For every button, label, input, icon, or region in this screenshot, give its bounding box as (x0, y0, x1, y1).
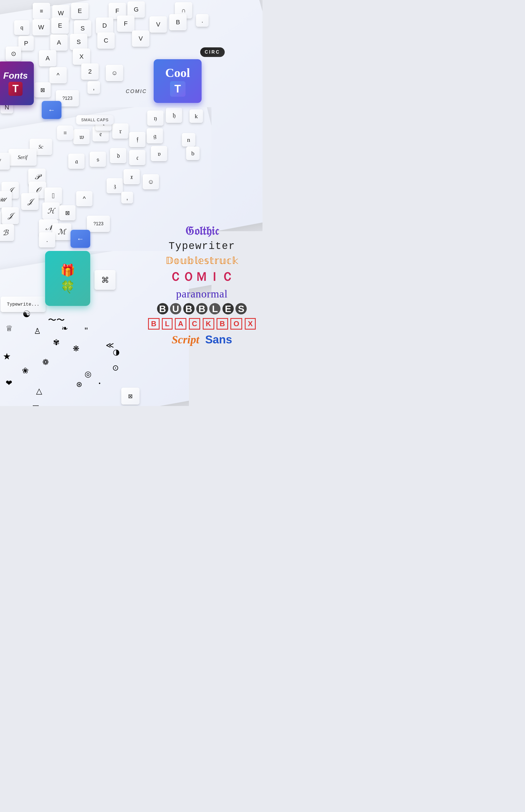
key-dot2[interactable]: . (39, 232, 55, 247)
key-gothic-z[interactable]: 𝔷 (107, 178, 123, 193)
key-d1[interactable]: D (96, 17, 113, 34)
sym-flower1: ✾ (53, 338, 60, 347)
cool-key[interactable]: Cool T (154, 59, 201, 103)
key-equiv[interactable]: ≡ (33, 3, 50, 19)
key-script-L[interactable]: 𝒧 (45, 187, 62, 205)
key-script-Ul[interactable]: 𝒰𝓁 (0, 191, 12, 208)
key-v2[interactable]: V (132, 30, 149, 47)
showcase-blackbox: B L A C K B O X (148, 317, 257, 330)
key-e1[interactable]: E (71, 3, 89, 19)
key-s2[interactable]: S (70, 34, 87, 50)
sym-crown: ♕ (6, 324, 13, 333)
key-e2[interactable]: E (51, 17, 69, 34)
key-gothic-d[interactable]: 𝔡 (110, 148, 126, 163)
key-gothic-s[interactable]: 𝔰 (90, 152, 106, 167)
showcase-gothic: 𝔊𝔬𝔩𝔱𝔥𝔦𝔠 (185, 224, 219, 238)
key-serif1[interactable]: Serif (9, 149, 37, 166)
sym-heart: ❤ (6, 378, 12, 388)
key-c1[interactable]: C (97, 32, 115, 49)
key-backspace[interactable]: ⊠ (34, 82, 51, 97)
key-backspace2[interactable]: ⊠ (59, 205, 76, 221)
sym-flower3: ❀ (22, 366, 29, 375)
sym-floral: ❁ (42, 358, 49, 367)
app-icon-key[interactable]: 🎁 🍀 (45, 251, 90, 306)
key-gothic-c[interactable]: 𝔠 (129, 150, 146, 165)
key-caret[interactable]: ^ (49, 67, 67, 84)
key-f2[interactable]: F (117, 15, 135, 32)
key-serif2[interactable]: Serif (0, 153, 10, 170)
showcase-paranormal: paranormal (176, 288, 227, 300)
key-script-J3[interactable]: 𝒥 (21, 193, 39, 210)
sym-swirl1: ☯ (22, 309, 31, 319)
key-comma2[interactable]: , (121, 192, 133, 204)
sym-triangle2: ▽ (33, 403, 39, 406)
key-a2[interactable]: A (39, 50, 56, 66)
sym-triangle: △ (36, 386, 42, 395)
key-caret2[interactable]: ^ (76, 191, 92, 206)
key-n2[interactable]: n (182, 133, 195, 147)
cmd-key[interactable]: ⌘ (94, 270, 116, 290)
sym-halfcircle: ◑ (113, 347, 120, 357)
key-k[interactable]: k (190, 109, 203, 123)
showcase-typewriter: Typewriter (169, 241, 235, 252)
t-icon: T (9, 82, 22, 96)
key-gothic-w[interactable]: 𝔴 (73, 129, 90, 144)
return-key-2[interactable]: ← (71, 230, 90, 248)
showcase-bubbles: B U B B L E S (157, 303, 247, 315)
comic-label: COMIC (121, 87, 151, 96)
sym-flower2: ❋ (73, 344, 79, 353)
key-123-2[interactable]: ?123 (87, 216, 110, 232)
key-w2[interactable]: W (32, 19, 50, 35)
key-gothic-x[interactable]: 𝔵 (123, 169, 140, 184)
circ-label: CIRC (200, 47, 225, 57)
key-smile2[interactable]: ☺ (142, 174, 159, 190)
key-2[interactable]: 2 (81, 63, 99, 80)
fonts-key[interactable]: Fonts T (0, 61, 34, 105)
key-v1[interactable]: V (149, 16, 167, 33)
key-x1[interactable]: X (73, 48, 90, 65)
key-a1[interactable]: A (50, 34, 68, 51)
showcase-doublestruck: 𝔻𝕠𝕦𝕓𝕝𝕖𝕤𝕥𝕣𝕦𝕔𝕜 (165, 255, 239, 266)
sym-quote: " (85, 326, 88, 336)
fonts-label: Fonts (3, 71, 28, 80)
sym-dot: • (99, 381, 100, 387)
key-q[interactable]: q (14, 20, 30, 35)
showcase-script-sans: Script Sans (172, 333, 232, 346)
key-script-K[interactable]: ℋ (42, 202, 60, 219)
sym-leaf: ❧ (61, 324, 68, 333)
key-comma1[interactable]: , (87, 81, 100, 94)
return-key-1[interactable]: ← (42, 101, 61, 119)
sym-ring: ⊛ (76, 380, 82, 389)
sym-backspace3[interactable]: ⊠ (121, 388, 139, 405)
sym-person: ♙ (34, 327, 41, 336)
key-gothic-v[interactable]: 𝔳 (151, 146, 167, 161)
font-showcase: 𝔊𝔬𝔩𝔱𝔥𝔦𝔠 Typewriter 𝔻𝕠𝕦𝕓𝕝𝕖𝕤𝕥𝕣𝕦𝕔𝕜 ＣＯＭＩＣ pa… (146, 224, 258, 346)
key-dot1[interactable]: . (196, 14, 209, 27)
main-scene: Fonts T Cool T CIRC ← SMALL CAPS (0, 0, 262, 406)
key-gothic-f[interactable]: 𝔣 (129, 132, 146, 147)
key-b1[interactable]: B (169, 14, 187, 30)
key-gothic-h[interactable]: 𝔥 (166, 108, 182, 123)
sym-circle1: ⊙ (112, 363, 119, 373)
key-gothic-g[interactable]: 𝔤 (147, 128, 163, 144)
key-gothic-a[interactable]: 𝔞 (68, 154, 85, 169)
key-script-J2[interactable]: 𝒥 (1, 207, 19, 224)
key-script-B[interactable]: ℬ (0, 224, 14, 241)
showcase-comic: ＣＯＭＩＣ (169, 269, 234, 285)
key-gothic-r[interactable]: 𝔯 (112, 123, 129, 139)
menu-key[interactable]: ≡ (57, 125, 73, 140)
key-b2[interactable]: b (186, 147, 200, 160)
key-smile[interactable]: ☺ (106, 65, 123, 81)
sym-star1: ★ (3, 351, 11, 362)
small-caps-key[interactable]: SMALL CAPS (76, 115, 114, 125)
key-gothic-y[interactable]: 𝔶 (147, 110, 164, 126)
cool-label: Cool (165, 66, 190, 80)
key-at[interactable]: ⊙ (6, 46, 21, 61)
sym-target: ◎ (85, 369, 91, 379)
t-icon-2: T (170, 81, 185, 97)
